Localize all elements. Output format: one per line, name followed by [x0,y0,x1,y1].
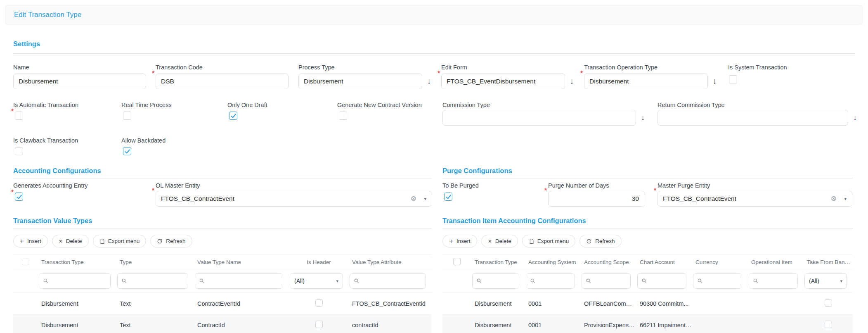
process-type-label: Process Type [298,64,335,71]
real-time-process-checkbox[interactable] [123,112,131,120]
delete-button[interactable]: ✕Delete [481,235,518,247]
transaction-operation-type-open-icon[interactable]: ↓ [713,77,717,86]
insert-button[interactable]: +Insert [13,235,48,247]
delete-button[interactable]: ✕Delete [52,235,89,247]
column-header-value-type-attribute[interactable]: Value Type Attribute [349,259,432,265]
take-from-banking-product-checkbox[interactable] [825,321,832,328]
accounting-scope-filter[interactable] [582,273,631,289]
search-icon [753,278,759,284]
filter-input[interactable] [650,277,686,285]
commission-type-open-icon[interactable]: ↓ [641,113,645,122]
is-clawback-transaction-checkbox[interactable] [15,147,23,155]
select-all-checkbox[interactable] [22,258,29,265]
generate-new-contract-version-checkbox[interactable] [339,112,347,120]
close-icon: ✕ [59,239,63,244]
transaction-operation-type-field: * [584,74,708,89]
ol-master-entity-input[interactable] [156,191,432,207]
edit-form-input[interactable] [441,74,565,89]
operational-item-filter[interactable] [749,273,798,289]
transaction-type-filter[interactable] [39,273,111,289]
filter-input[interactable] [130,277,188,285]
column-header-value-type-name[interactable]: Value Type Name [194,259,289,265]
column-header-is-header[interactable]: Is Header [307,259,331,265]
column-header-transaction-type[interactable]: Transaction Type [471,259,525,265]
allow-backdated-checkbox[interactable] [123,147,131,155]
table-row[interactable]: Disbursement Text ContractEventId FTOS_C… [13,293,432,314]
generates-accounting-entry-checkbox[interactable] [15,193,23,201]
cell-transaction-type: Disbursement [471,322,525,328]
return-commission-type-input[interactable] [658,110,848,126]
column-header-take-from-banking-product[interactable]: Take From Banking P... [804,259,853,265]
process-type-input[interactable] [298,74,422,89]
column-header-chart-account[interactable]: Chart Account [636,259,692,265]
select-all-checkbox[interactable] [453,258,461,265]
is-header-checkbox[interactable] [315,299,323,307]
commission-type-input[interactable] [442,110,636,126]
process-type-open-icon[interactable]: ↓ [427,77,431,86]
chevron-down-icon[interactable]: ▾ [424,196,426,202]
return-commission-type-field [658,110,848,126]
export-menu-button[interactable]: Export menu [93,235,147,247]
filter-input[interactable] [51,277,110,285]
refresh-button[interactable]: Refresh [579,235,621,247]
column-header-type[interactable]: Type [116,259,194,265]
refresh-button[interactable]: Refresh [150,235,192,247]
table-row[interactable]: Disbursement 0001 ProvisionExpense... 66… [442,314,853,333]
transaction-operation-type-input[interactable] [584,74,708,89]
purge-number-of-days-label: Purge Number of Days [548,182,609,189]
chart-account-filter[interactable] [637,273,686,289]
column-header-transaction-type[interactable]: Transaction Type [38,259,116,265]
name-input[interactable] [13,74,146,89]
export-icon [529,238,534,244]
filter-input[interactable] [705,277,742,285]
filter-input[interactable] [761,277,797,285]
column-header-operational-item[interactable]: Operational Item [748,259,804,265]
column-header-accounting-system[interactable]: Accounting System [525,259,581,265]
to-be-purged-checkbox[interactable] [444,193,452,201]
filter-input[interactable] [362,277,426,285]
filter-input[interactable] [594,277,630,285]
column-header-accounting-scope[interactable]: Accounting Scope [581,259,636,265]
take-from-banking-product-filter-select[interactable]: (All)▾ [804,273,847,289]
is-header-checkbox[interactable] [315,321,323,328]
filter-input[interactable] [485,277,519,285]
edit-form-open-icon[interactable]: ↓ [570,77,574,86]
required-marker: * [152,187,154,195]
column-header-currency[interactable]: Currency [692,259,748,265]
value-type-name-filter[interactable] [195,273,283,289]
export-menu-button[interactable]: Export menu [522,235,576,247]
return-commission-type-open-icon[interactable]: ↓ [853,113,857,122]
close-icon: ✕ [488,239,492,244]
search-icon [586,278,591,284]
purge-divider [442,178,853,178]
currency-filter[interactable] [693,273,742,289]
type-filter[interactable] [117,273,188,289]
cell-accounting-system: 0001 [525,300,581,307]
table-row[interactable]: Disbursement Text ContractId contractId [13,314,432,333]
is-automatic-transaction-checkbox[interactable] [15,112,23,120]
take-from-banking-product-checkbox[interactable] [825,299,832,307]
table-row[interactable]: Disbursement 0001 OFFBLoanCommi... 90300… [442,293,853,314]
filter-input[interactable] [207,277,283,285]
filter-input[interactable] [538,277,575,285]
is-system-transaction-checkbox[interactable] [729,75,737,83]
required-marker: * [438,70,440,77]
only-one-draft-checkbox[interactable] [229,112,237,120]
cell-type: Text [116,300,194,307]
chevron-down-icon[interactable]: ▾ [844,196,847,202]
clear-icon[interactable]: ⊗ [831,195,837,202]
search-icon [199,278,205,284]
generates-accounting-entry-label: Generates Accounting Entry [13,182,88,189]
accounting-system-filter[interactable] [526,273,575,289]
insert-button[interactable]: +Insert [442,235,477,247]
value-type-attribute-filter[interactable] [350,273,426,289]
transaction-code-input[interactable] [156,74,289,89]
transaction-code-label: Transaction Code [156,64,203,71]
master-purge-entity-input[interactable] [658,191,852,207]
purge-number-of-days-input[interactable] [548,191,645,207]
is-header-filter-select[interactable]: (All)▾ [290,273,343,289]
edit-form-label: Edit Form [441,64,467,71]
cell-accounting-scope: ProvisionExpense... [581,322,636,328]
clear-icon[interactable]: ⊗ [411,195,416,202]
transaction-type-filter[interactable] [472,273,519,289]
